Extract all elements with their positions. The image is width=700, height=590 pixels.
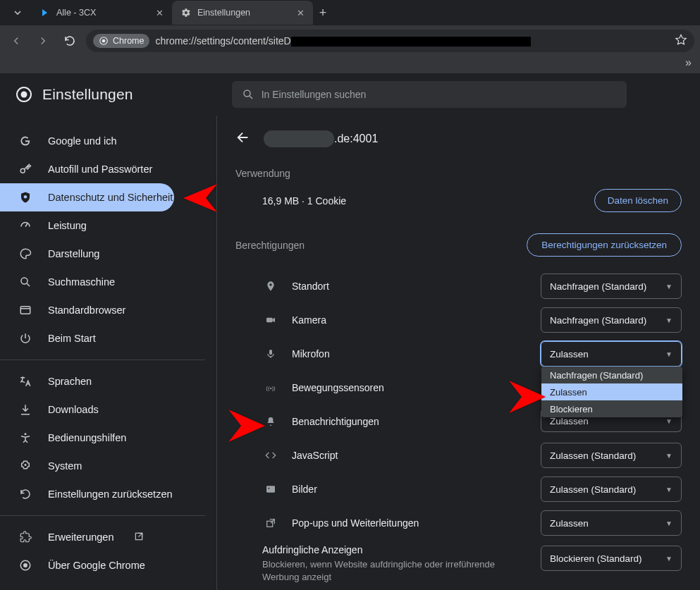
image-icon — [262, 484, 279, 495]
sidebar-item-label: Erweiterungen — [48, 531, 114, 543]
sidebar-item-label: Bedienungshilfen — [48, 432, 126, 443]
svg-rect-16 — [269, 350, 272, 355]
sidebar-item-shield[interactable]: Datenschutz und Sicherheit — [0, 183, 174, 211]
shield-icon — [18, 191, 32, 204]
svg-rect-15 — [266, 318, 273, 323]
dropdown-option[interactable]: Zulassen — [541, 383, 682, 400]
chevron-down-icon: ▼ — [665, 316, 673, 324]
dropdown-value: Zulassen — [550, 518, 589, 529]
sidebar-item-translate[interactable]: Sprachen — [0, 367, 174, 395]
sidebar-item-accessibility[interactable]: Bedienungshilfen — [0, 424, 174, 452]
permission-row-popup: Pop-ups und WeiterleitungenZulassen▼ — [235, 506, 682, 540]
google-icon — [18, 135, 32, 147]
usage-section-label: Verwendung — [235, 168, 682, 179]
url-text: chrome://settings/content/siteD — [155, 35, 530, 47]
settings-header: Einstellungen In Einstellungen suchen — [0, 73, 700, 116]
sidebar-item-label: Autofill und Passwörter — [48, 164, 152, 175]
sidebar-item-speed[interactable]: Leistung — [0, 211, 174, 240]
address-bar[interactable]: Chrome chrome://settings/content/siteD — [86, 30, 694, 52]
sidebar-item-system[interactable]: System — [0, 452, 174, 480]
sidebar-item-palette[interactable]: Darstellung — [0, 240, 174, 268]
sidebar-item-label: Über Google Chrome — [48, 560, 145, 571]
dropdown-option[interactable]: Blockieren — [541, 400, 682, 417]
svg-point-6 — [24, 195, 27, 199]
page-title: Einstellungen — [42, 86, 133, 103]
svg-rect-8 — [20, 307, 30, 314]
permission-label: JavaScript — [292, 450, 338, 461]
chevron-down-icon: ▼ — [665, 486, 673, 493]
speed-icon — [18, 219, 32, 232]
sidebar-item-search[interactable]: Suchmaschine — [0, 268, 174, 296]
new-tab-button[interactable]: + — [313, 3, 333, 23]
permission-row-mic: MikrofonZulassen▼ — [235, 337, 682, 371]
sidebar-item-extension[interactable]: Erweiterungen — [0, 523, 174, 551]
chevron-down-icon: ▼ — [665, 417, 673, 425]
toolbar-overflow[interactable]: » — [0, 56, 700, 73]
sidebar-item-power[interactable]: Beim Start — [0, 324, 174, 352]
sidebar-item-chrome[interactable]: Über Google Chrome — [0, 551, 174, 579]
tab-settings[interactable]: Einstellungen ✕ — [172, 1, 313, 25]
svg-point-9 — [25, 433, 27, 435]
annotation-arrow — [178, 184, 217, 215]
tabs-dropdown-button[interactable] — [4, 3, 31, 23]
translate-icon — [18, 375, 32, 388]
code-dropdown[interactable]: Zulassen (Standard)▼ — [541, 443, 682, 468]
mikrofon-dropdown-menu: Nachfragen (Standard)ZulassenBlockieren — [541, 367, 682, 417]
power-icon — [18, 332, 32, 345]
dropdown-value: Zulassen — [550, 416, 589, 426]
settings-content: .de:4001 Verwendung 16,9 MB · 1 Cookie D… — [216, 116, 700, 590]
browser-icon — [18, 304, 32, 316]
camera-dropdown[interactable]: Nachfragen (Standard)▼ — [541, 307, 682, 333]
search-icon — [242, 88, 254, 101]
sidebar-item-key[interactable]: Autofill und Passwörter — [0, 155, 174, 183]
host-suffix: .de:4001 — [334, 133, 378, 145]
reload-button[interactable] — [59, 30, 80, 51]
site-header: .de:4001 — [235, 130, 682, 148]
sidebar-separator — [0, 359, 205, 360]
chevron-down-icon: ▼ — [665, 283, 673, 290]
close-icon[interactable]: ✕ — [156, 8, 164, 18]
mic-dropdown[interactable]: Zulassen▼ — [541, 341, 682, 367]
sidebar-item-label: Darstellung — [48, 248, 99, 259]
clear-data-button[interactable]: Daten löschen — [594, 189, 682, 212]
permissions-header: Berechtigungen Berechtigungen zurücksetz… — [235, 233, 682, 257]
location-icon — [262, 281, 279, 292]
sidebar-item-download[interactable]: Downloads — [0, 395, 174, 424]
permission-label: Kamera — [292, 314, 326, 326]
sidebar-item-label: Leistung — [48, 220, 87, 231]
permissions-section-label: Berechtigungen — [235, 240, 305, 251]
back-arrow-button[interactable] — [235, 130, 251, 148]
download-icon — [18, 403, 32, 416]
palette-icon — [18, 247, 32, 260]
forward-button[interactable] — [32, 30, 54, 51]
dropdown-value: Nachfragen (Standard) — [550, 281, 646, 292]
permission-label: Bewegungssensoren — [292, 382, 384, 393]
code-icon — [262, 450, 279, 461]
chrome-logo-icon — [16, 86, 32, 103]
dropdown-value: Zulassen — [550, 349, 589, 359]
chevron-down-icon: ▼ — [665, 350, 673, 358]
intrusive-ads-dropdown[interactable]: Blockieren (Standard) ▼ — [541, 546, 682, 571]
sidebar-item-google[interactable]: Google und ich — [0, 127, 174, 155]
bookmark-star-icon[interactable] — [675, 34, 687, 49]
sidebar-item-browser[interactable]: Standardbrowser — [0, 296, 174, 324]
sidebar-item-label: Suchmaschine — [48, 276, 115, 288]
host-redacted — [264, 130, 334, 147]
dropdown-option[interactable]: Nachfragen (Standard) — [541, 367, 682, 383]
chevron-down-icon: ▼ — [665, 520, 673, 527]
tab-label: Alle - 3CX — [56, 8, 96, 18]
dropdown-value: Zulassen (Standard) — [550, 484, 636, 495]
close-icon[interactable]: ✕ — [297, 8, 305, 18]
tab-3cx[interactable]: Alle - 3CX ✕ — [31, 1, 172, 25]
sidebar-item-reset[interactable]: Einstellungen zurücksetzen — [0, 480, 174, 508]
back-button[interactable] — [6, 30, 27, 51]
reset-permissions-button[interactable]: Berechtigungen zurücksetzen — [527, 233, 682, 257]
permission-row-intrusive-ads: Aufdringliche Anzeigen Blockieren, wenn … — [235, 540, 682, 583]
intrusive-ads-desc: Blockieren, wenn Website aufdringliche o… — [262, 558, 502, 583]
popup-dropdown[interactable]: Zulassen▼ — [541, 510, 682, 536]
usage-text: 16,9 MB · 1 Cookie — [262, 195, 346, 207]
sidebar-item-label: Standardbrowser — [48, 305, 125, 316]
settings-search[interactable]: In Einstellungen suchen — [232, 81, 627, 108]
location-dropdown[interactable]: Nachfragen (Standard)▼ — [541, 274, 682, 299]
image-dropdown[interactable]: Zulassen (Standard)▼ — [541, 477, 682, 502]
